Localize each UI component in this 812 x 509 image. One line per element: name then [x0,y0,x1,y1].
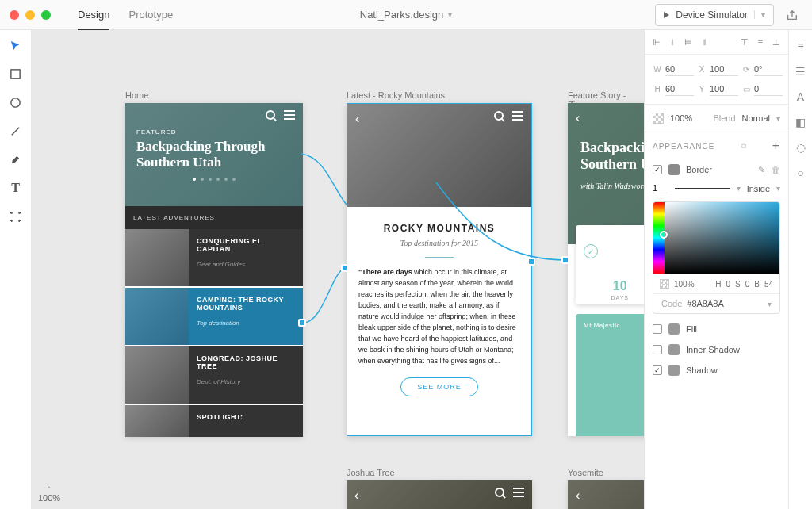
article-subtitle: Top destination for 2015 [347,239,531,247]
align-center-h-icon[interactable]: ⫲ [667,36,678,48]
canvas[interactable]: ⌃ 100% Home FEATURED Backpacking Through… [32,30,644,509]
opacity-row: 100% Blend Normal ▾ [645,105,788,132]
trash-icon[interactable]: 🗑 [772,165,780,174]
chevron-down-icon: ▾ [448,10,452,19]
text-tool[interactable]: T [6,181,25,195]
back-icon: ‹ [576,488,580,503]
pen-tool[interactable] [6,152,25,166]
window-controls [0,10,51,20]
artboard-label[interactable]: Joshua Tree [347,468,395,477]
hue-value[interactable]: 0 [726,280,730,289]
wire-handle[interactable] [298,319,306,327]
artboard-label[interactable]: Home [125,90,148,100]
sat-value[interactable]: 0 [745,280,750,289]
flip-input[interactable] [754,82,783,96]
x-input[interactable] [710,63,738,76]
align-right-icon[interactable]: ⊨ [683,36,694,48]
hex-value[interactable]: #8A8A8A [687,299,723,308]
latest-hero-image: ‹ [347,104,531,207]
saturation-field[interactable] [665,202,779,274]
stroke-width-input[interactable] [653,183,668,193]
device-simulator-button[interactable]: Device Simulator ▾ [655,4,774,26]
menu-icon [512,110,523,121]
list-item: LONGREAD: JOSHUE TREEDept. of History [125,346,303,404]
rotate-input[interactable] [754,63,783,76]
artboard-home[interactable]: FEATURED Backpacking Through Southern Ut… [125,103,303,436]
shadow-checkbox[interactable] [653,365,662,375]
eyedropper-icon[interactable]: ✎ [758,165,765,175]
line-tool[interactable] [6,124,25,138]
share-icon[interactable] [782,5,802,25]
width-input[interactable] [665,63,694,76]
wire-handle[interactable] [341,264,349,272]
stroke-align-select[interactable]: Inside [747,184,770,193]
border-checkbox[interactable] [653,165,662,174]
border-swatch[interactable] [668,164,680,175]
swatches-icon[interactable]: ◧ [795,116,807,128]
divider [425,257,454,258]
stats-card: ✓ 10DAYS 54MILES [576,225,644,304]
fill-checkbox[interactable] [653,324,662,334]
picker-opacity[interactable]: 100% [674,280,695,289]
align-top-icon[interactable]: ⊤ [739,36,750,48]
inner-shadow-checkbox[interactable] [653,345,662,354]
text-icon[interactable]: A [795,90,807,103]
artboard-latest[interactable]: ‹ ROCKY MOUNTAINS Top destination for 20… [347,103,532,436]
height-input[interactable] [665,82,694,96]
titlebar: Design Prototype Natl_Parks.design ▾ Dev… [0,0,812,30]
mode-tabs: Design Prototype [78,1,173,29]
wire-handle[interactable] [561,256,569,264]
shadow-swatch[interactable] [668,365,680,376]
blend-value[interactable]: Normal [742,113,770,123]
artboard-yosemite[interactable]: ‹ [568,480,644,509]
search-icon [494,487,505,498]
assets-icon[interactable]: ◌ [795,141,807,154]
menu-icon [284,109,295,121]
right-rail: ≡ ☰ A ◧ ◌ ○ [788,30,812,509]
align-bottom-icon[interactable]: ⊥ [771,36,782,48]
layers-icon[interactable]: ○ [795,166,807,179]
sliders-icon[interactable]: ≡ [795,40,807,52]
rectangle-tool[interactable] [6,67,25,81]
close-window-icon[interactable] [10,10,19,20]
shadow-label: Shadow [686,365,780,375]
artboard-joshua-tree[interactable]: ‹ [347,480,532,509]
filename-dropdown[interactable]: Natl_Parks.design ▾ [360,9,453,21]
artboard-tool[interactable] [6,209,25,224]
flip-icon: ▭ [741,85,751,94]
picker-handle[interactable] [660,231,668,239]
wire-handle[interactable] [527,258,535,266]
artboard-label[interactable]: Latest - Rocky Mountains [347,90,445,100]
align-middle-icon[interactable]: ≡ [755,36,766,48]
minimize-window-icon[interactable] [25,10,35,20]
chevron-up-icon: ⌃ [46,485,52,493]
align-left-icon[interactable]: ⊩ [651,36,662,48]
play-icon [664,12,669,18]
zoom-window-icon[interactable] [41,10,51,20]
zoom-control[interactable]: ⌃ 100% [38,485,60,503]
search-icon [493,110,504,121]
y-input[interactable] [710,82,738,96]
settings-icon[interactable]: ☰ [795,65,807,78]
list-item: CONQUERING EL CAPITANGear and Guides [125,229,303,286]
stroke-style-select[interactable] [675,185,730,193]
select-tool[interactable] [6,38,25,52]
distribute-h-icon[interactable]: ⫴ [699,36,710,48]
add-icon[interactable]: + [772,139,780,153]
inner-shadow-swatch[interactable] [668,344,680,355]
artboard-feature[interactable]: ‹ Backpacking Through Southern U with Ta… [568,103,644,436]
bright-value[interactable]: 54 [764,280,773,289]
rotate-icon: ⟳ [741,65,751,74]
opacity-value[interactable]: 100% [670,113,692,123]
menu-icon [513,487,524,498]
article-title: ROCKY MOUNTAINS [347,223,531,234]
tab-design[interactable]: Design [78,1,109,30]
fill-swatch[interactable] [668,323,680,335]
ellipse-tool[interactable] [6,95,25,109]
artboard-label[interactable]: Yosemite [568,468,603,477]
tab-prototype[interactable]: Prototype [128,1,173,29]
chevron-down-icon[interactable]: ▾ [768,300,772,308]
clone-icon[interactable]: ⧉ [741,141,747,151]
simulator-label: Device Simulator [676,10,748,21]
color-picker[interactable]: 100% H0 S0 B54 Code #8A8A8A ▾ [653,201,780,314]
